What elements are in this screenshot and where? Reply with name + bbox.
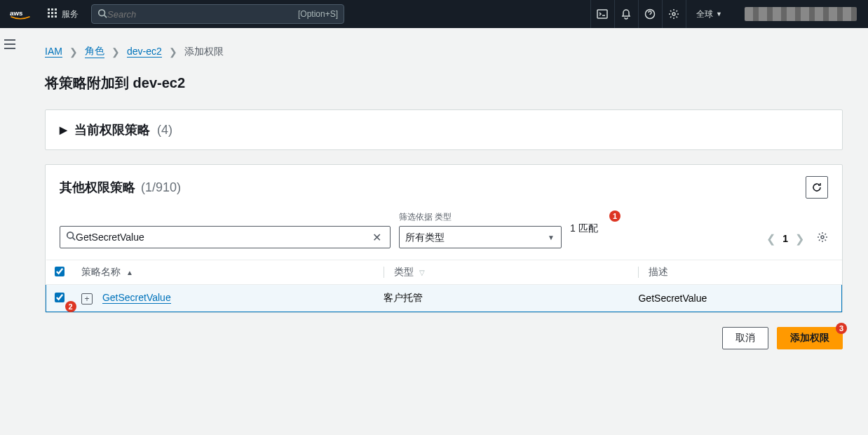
search-hotkey: [Option+S] [298, 9, 338, 19]
col-description[interactable]: 描述 [649, 266, 668, 277]
policy-type: 客户托管 [375, 285, 630, 312]
select-all-checkbox[interactable] [55, 267, 65, 276]
row-checkbox[interactable] [55, 293, 65, 302]
gear-icon[interactable] [662, 0, 684, 28]
annotation-badge: 1 [609, 210, 621, 222]
policies-table: 策略名称 ▲ 类型 ▽ 描述 [46, 260, 842, 312]
breadcrumb: IAM ❯ 角色 ❯ dev-ec2 ❯ 添加权限 [45, 45, 843, 58]
filter-row: ✕ 筛选依据 类型 所有类型 1 匹配 ❮ 1 ❯ 1 [46, 206, 842, 260]
breadcrumb-current: 添加权限 [184, 46, 224, 58]
current-policies-count: (4) [157, 123, 172, 138]
chevron-down-icon: ▼ [716, 11, 722, 18]
col-type[interactable]: 类型 [394, 266, 414, 277]
clear-search-icon[interactable]: ✕ [369, 231, 384, 244]
annotation-badge: 2 [65, 301, 76, 312]
account-info[interactable] [745, 7, 857, 21]
other-policies-title: 其他权限策略 [60, 179, 135, 196]
chevron-right-icon: ❯ [69, 46, 78, 58]
svg-rect-5 [51, 12, 53, 14]
sort-icon[interactable]: ▽ [419, 269, 425, 276]
current-policies-title: 当前权限策略 [74, 121, 150, 138]
policy-name-link[interactable]: GetSecretValue [102, 292, 171, 304]
next-page-icon[interactable]: ❯ [795, 232, 804, 246]
prev-page-icon[interactable]: ❮ [766, 232, 775, 246]
svg-rect-3 [55, 8, 57, 11]
svg-point-20 [821, 236, 824, 239]
svg-rect-4 [48, 12, 50, 14]
global-search[interactable]: [Option+S] [91, 4, 344, 24]
region-selector[interactable]: 全球 ▼ [686, 0, 732, 28]
pagination: ❮ 1 ❯ [766, 232, 828, 248]
breadcrumb-roles[interactable]: 角色 [85, 45, 104, 58]
svg-text:aws: aws [10, 9, 23, 17]
cloudshell-icon[interactable] [590, 0, 613, 28]
match-count: 1 匹配 [570, 222, 598, 238]
services-menu[interactable]: 服务 [41, 0, 86, 28]
other-policies-count: (1/910) [141, 180, 181, 195]
bell-icon[interactable] [614, 0, 637, 28]
page-title: 将策略附加到 dev-ec2 [45, 74, 843, 93]
chevron-right-icon: ❯ [169, 46, 177, 58]
svg-line-19 [73, 238, 76, 241]
svg-rect-7 [48, 15, 50, 18]
page-number: 1 [782, 233, 788, 244]
other-policies-panel: 其他权限策略 (1/910) ✕ 筛选依据 类型 所有类型 [45, 164, 843, 313]
svg-rect-2 [51, 8, 53, 11]
action-buttons: 取消 添加权限 3 [45, 327, 843, 349]
refresh-button[interactable] [806, 176, 828, 199]
search-icon [97, 8, 107, 20]
expand-toggle-icon[interactable]: ▶ [60, 124, 67, 135]
annotation-badge: 3 [836, 323, 847, 334]
svg-line-11 [104, 15, 107, 18]
services-label: 服务 [62, 8, 79, 20]
svg-point-14 [672, 13, 675, 15]
sidebar-toggle-icon[interactable] [4, 39, 15, 52]
svg-rect-1 [48, 8, 50, 11]
type-filter-label: 筛选依据 类型 [399, 211, 562, 223]
svg-rect-9 [55, 15, 57, 18]
policy-search[interactable]: ✕ [60, 226, 391, 248]
chevron-right-icon: ❯ [111, 46, 120, 58]
policy-search-input[interactable] [76, 232, 369, 243]
svg-point-10 [99, 9, 105, 15]
svg-rect-12 [597, 10, 607, 18]
region-label: 全球 [696, 8, 713, 20]
add-permissions-button[interactable]: 添加权限 [777, 327, 843, 349]
global-search-input[interactable] [107, 9, 298, 20]
breadcrumb-role[interactable]: dev-ec2 [127, 46, 162, 58]
col-policy-name[interactable]: 策略名称 [81, 266, 121, 277]
main-content: IAM ❯ 角色 ❯ dev-ec2 ❯ 添加权限 将策略附加到 dev-ec2… [20, 28, 868, 366]
svg-point-18 [67, 232, 74, 239]
table-row[interactable]: 2 + GetSecretValue 客户托管 GetSecretValue [46, 285, 842, 312]
svg-rect-6 [55, 12, 57, 14]
cancel-button[interactable]: 取消 [722, 327, 768, 349]
breadcrumb-iam[interactable]: IAM [45, 46, 62, 58]
policy-description: GetSecretValue [630, 285, 841, 312]
type-filter-select[interactable]: 所有类型 [399, 226, 562, 248]
help-icon[interactable] [638, 0, 660, 28]
svg-rect-8 [51, 15, 53, 18]
search-icon [66, 231, 76, 243]
table-settings-icon[interactable] [817, 232, 828, 246]
current-policies-panel: ▶ 当前权限策略 (4) [45, 109, 843, 150]
top-nav: aws 服务 [Option+S] 全球 ▼ [0, 0, 868, 28]
sort-asc-icon[interactable]: ▲ [126, 269, 133, 276]
grid-icon [48, 8, 57, 20]
expand-row-icon[interactable]: + [81, 293, 93, 304]
nav-icon-group: 全球 ▼ [590, 0, 868, 28]
aws-logo[interactable]: aws [8, 8, 32, 20]
